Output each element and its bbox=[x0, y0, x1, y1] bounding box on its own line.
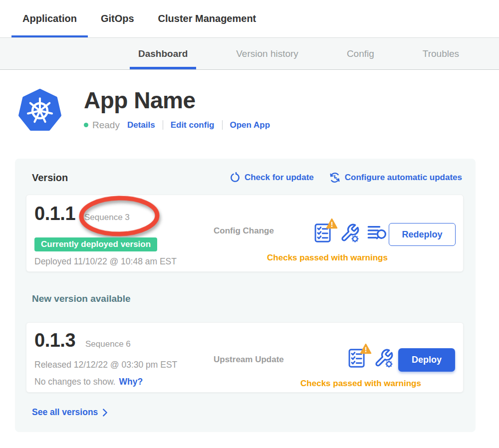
new-version-sequence: Sequence 6 bbox=[85, 339, 131, 349]
tab-troubleshoot[interactable]: Troubles bbox=[414, 38, 468, 69]
see-all-versions-link[interactable]: See all versions bbox=[32, 407, 108, 418]
configure-automatic-updates-label: Configure automatic updates bbox=[345, 173, 462, 183]
new-version-card: 0.1.3 Sequence 6 Released 12/12/22 @ 03:… bbox=[26, 322, 464, 393]
currently-deployed-badge: Currently deployed version bbox=[34, 237, 157, 251]
change-source-label: Config Change bbox=[214, 226, 274, 236]
check-for-update-label: Check for update bbox=[245, 173, 314, 183]
ready-status-dot-icon bbox=[84, 123, 88, 127]
changes-note: No changes to show. bbox=[34, 377, 115, 387]
current-version-icons bbox=[314, 223, 387, 243]
status-badge: Ready bbox=[92, 120, 120, 131]
redeploy-button[interactable]: Redeploy bbox=[389, 223, 456, 246]
tab-config[interactable]: Config bbox=[338, 38, 383, 69]
released-timestamp: Released 12/12/22 @ 03:30 pm EST bbox=[34, 360, 177, 370]
version-card: Version Check for update bbox=[15, 159, 476, 432]
tab-config-label: Config bbox=[347, 48, 374, 59]
open-app-link[interactable]: Open App bbox=[230, 120, 270, 130]
current-checks-status: Checks passed with warnings bbox=[255, 253, 400, 263]
version-heading: Version bbox=[32, 172, 68, 184]
check-for-update-link[interactable]: Check for update bbox=[230, 172, 314, 183]
new-checks-status: Checks passed with warnings bbox=[288, 379, 433, 389]
refresh-icon bbox=[230, 172, 241, 183]
app-header: App Name Ready Details Edit config Open … bbox=[84, 88, 270, 131]
wrench-gear-icon[interactable] bbox=[374, 348, 394, 368]
secondary-nav: Dashboard Version history Config Trouble… bbox=[0, 38, 499, 70]
tab-cluster-management-label: Cluster Management bbox=[158, 13, 256, 24]
edit-config-link[interactable]: Edit config bbox=[171, 120, 215, 130]
tab-dashboard[interactable]: Dashboard bbox=[130, 38, 196, 69]
change-source-label: Upstream Update bbox=[214, 355, 284, 365]
divider bbox=[222, 120, 223, 130]
tab-dashboard-label: Dashboard bbox=[138, 48, 188, 59]
configure-automatic-updates-link[interactable]: Configure automatic updates bbox=[329, 172, 462, 184]
new-version-heading: New version available bbox=[32, 293, 131, 304]
tab-troubleshoot-label: Troubles bbox=[423, 48, 459, 59]
app-dashboard-page: Application GitOps Cluster Management Da… bbox=[0, 0, 499, 448]
wrench-gear-icon[interactable] bbox=[340, 223, 360, 243]
app-status-row: Ready Details Edit config Open App bbox=[84, 120, 270, 131]
new-version-icons bbox=[348, 348, 394, 369]
tab-gitops[interactable]: GitOps bbox=[90, 0, 145, 37]
chevron-right-icon bbox=[102, 409, 108, 417]
deployed-timestamp: Deployed 11/10/22 @ 10:48 am EST bbox=[34, 256, 177, 267]
warning-triangle-icon bbox=[326, 218, 338, 229]
tab-application[interactable]: Application bbox=[11, 0, 88, 37]
tab-cluster-management[interactable]: Cluster Management bbox=[147, 0, 267, 37]
see-all-versions-label: See all versions bbox=[32, 407, 98, 418]
details-link[interactable]: Details bbox=[127, 120, 155, 130]
why-link[interactable]: Why? bbox=[119, 377, 143, 387]
tab-version-history[interactable]: Version history bbox=[228, 38, 307, 69]
current-version-card: 0.1.1 Sequence 3 Currently deployed vers… bbox=[26, 195, 464, 272]
current-version-line: 0.1.1 Sequence 3 bbox=[34, 203, 130, 224]
current-version-number: 0.1.1 bbox=[34, 203, 75, 224]
new-version-line: 0.1.3 Sequence 6 bbox=[34, 330, 131, 351]
version-actions: Check for update Configure automatic upd… bbox=[230, 172, 462, 184]
divider bbox=[163, 120, 163, 130]
preflight-checks-icon[interactable] bbox=[314, 223, 332, 243]
file-diff-icon[interactable] bbox=[367, 224, 387, 241]
primary-nav: Application GitOps Cluster Management bbox=[0, 0, 499, 38]
page-title: App Name bbox=[84, 88, 270, 113]
warning-triangle-icon bbox=[360, 343, 372, 355]
preflight-checks-icon[interactable] bbox=[348, 348, 366, 369]
tab-gitops-label: GitOps bbox=[101, 13, 134, 24]
current-version-sequence: Sequence 3 bbox=[84, 213, 130, 223]
kubernetes-logo bbox=[18, 89, 62, 133]
new-version-number: 0.1.3 bbox=[34, 330, 75, 351]
changes-note-row: No changes to show. Why? bbox=[34, 377, 143, 387]
clock-refresh-icon bbox=[329, 172, 341, 184]
version-card-header: Version Check for update bbox=[15, 159, 476, 184]
tab-application-label: Application bbox=[22, 13, 77, 24]
tab-version-history-label: Version history bbox=[236, 48, 298, 59]
deploy-button[interactable]: Deploy bbox=[398, 348, 455, 372]
